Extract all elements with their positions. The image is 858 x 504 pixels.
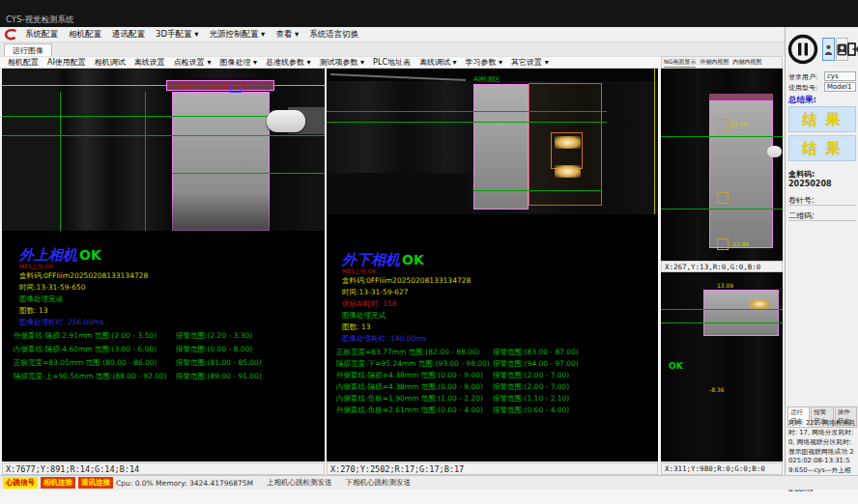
measurement-row: 外侧直线-隔膜:2.91mm 范围:(2.00 - 3.50) 报警范围:(2.… <box>14 331 252 341</box>
tool-offline-settings[interactable]: 离线设置 <box>134 57 165 68</box>
measurement-row: 正极宽度=83.05mm 范围:(80.00 - 86.00) 报警范围:(81… <box>14 358 262 368</box>
tool-spot-check[interactable]: 点检设置 ▾ <box>174 57 212 68</box>
tool-camera-config[interactable]: 相机配置 <box>8 57 39 68</box>
camera-connection-badge: 相机连接 <box>41 477 75 489</box>
mes-status: MES上传:OK <box>342 267 376 276</box>
tool-image-processing[interactable]: 图像处理 ▾ <box>219 57 257 68</box>
overlay-green-line <box>327 111 607 112</box>
tool-offline-debug[interactable]: 离线调试 ▾ <box>419 57 457 68</box>
tab-run-image[interactable]: 运行图像 <box>4 43 52 57</box>
login-user-value[interactable]: cys <box>824 71 856 81</box>
menu-item-camera-config[interactable]: 相机配置 <box>69 29 101 41</box>
app-logo-icon <box>4 29 17 41</box>
camera-view-small-top[interactable]: 35.48 -23.86 <box>661 69 783 261</box>
coords-readout-left: X:7677;Y:891;R:14;G:14;B:14 <box>2 462 325 475</box>
overlay-green-line <box>2 135 325 136</box>
highlight-flare <box>750 299 769 309</box>
coords-readout-middle: X:270;Y:2502;R:17;G:17;B:17 <box>327 462 658 475</box>
tool-test-params[interactable]: 测试项参数 ▾ <box>320 57 365 68</box>
result-ok-text: OK <box>79 247 101 263</box>
tab-inner-inner-view[interactable]: 内侧内视图 <box>732 58 761 67</box>
window-title: CYS-视觉检测系统 <box>6 14 73 26</box>
measurement-value: 外侧直线-负极=2.61mm 范围:(0.60 - 4.00) <box>336 406 493 415</box>
tab-outer-inner-view[interactable]: 外侧内视图 <box>700 58 729 67</box>
ai-detect-box <box>717 119 729 130</box>
tool-baseline-params[interactable]: 基准线参数 ▾ <box>266 57 311 68</box>
upper-camera-heartbeat-msg: 上相机心跳检测发送 <box>267 478 332 488</box>
exit-door-icon <box>847 42 858 56</box>
menu-item-system-config[interactable]: 系统配置 <box>25 29 58 41</box>
overlay-blue-marker <box>230 85 242 93</box>
overlay-green-line <box>327 122 607 123</box>
overlay-green-line <box>60 92 61 231</box>
tool-learning-params[interactable]: 学习参数 ▾ <box>466 57 503 68</box>
barcode-line: 盒料码:0FFIiim20250208133134728 <box>19 271 148 281</box>
time-line: 时间:13-31-59-650 <box>19 283 86 293</box>
tool-ai-usage-config[interactable]: AI使用配置 <box>47 57 86 68</box>
result-ok-text: OK <box>669 361 683 371</box>
overlay-yellow-line <box>654 69 655 214</box>
measurement-value: 正极宽度=83.77mm 范围:(82.00 - 88.00) <box>336 348 493 357</box>
tab-ng-display[interactable]: NG画面显示 <box>664 58 696 68</box>
alarm-range: 报警范围:(1.10 - 2.10) <box>493 394 569 404</box>
product-roi-rect <box>703 290 779 336</box>
measurement-value: 内侧直线-隔膜:4.60mm 范围:(3.00 - 6.00) <box>14 345 176 354</box>
roi-annotation: 35.48 <box>730 121 747 127</box>
ai-detect-box <box>717 192 729 204</box>
highlight-flare <box>555 165 581 178</box>
tool-plc-address-table[interactable]: PLC地址表 <box>373 57 411 68</box>
coords-text: X:270;Y:2502;R:17;G:17;B:17 <box>330 464 464 474</box>
measurement-value: 隔膜宽度-下=95.24mm 范围:(93.00 - 98.00) <box>336 359 493 369</box>
result-display-2: 结 果 <box>788 135 856 161</box>
comm-connection-badge: 通讯连接 <box>78 477 113 489</box>
gripper-head <box>267 110 305 132</box>
alarm-range: 报警范围:(0.00 - 8.00) <box>176 345 252 354</box>
divider <box>788 205 856 206</box>
model-value[interactable]: Model1 <box>824 82 856 92</box>
user-login-button[interactable] <box>822 38 835 61</box>
product-shadow <box>172 192 270 231</box>
menu-item-light-config[interactable]: 光源控制配置 ▾ <box>209 29 265 41</box>
overlay-green-line <box>172 173 325 174</box>
login-user-label: 登录用户: <box>788 72 817 82</box>
menu-item-comm-config[interactable]: 通讯配置 <box>112 29 145 41</box>
measurement-row: 正极宽度=83.77mm 范围:(82.00 - 88.00) 报警范围:(83… <box>336 348 579 357</box>
user-icon <box>824 43 833 56</box>
frame-count-line: 图数: 13 <box>19 306 47 316</box>
alarm-range: 报警范围:(89.00 - 91.00) <box>176 372 262 381</box>
camera-view-small-bottom[interactable]: 13.09 OK -8.36 <box>661 272 783 462</box>
menu-item-3d-config[interactable]: 3D手配置 ▾ <box>156 29 198 41</box>
control-panel: 登录用户: cys 使用型号: Model1 总结果: 结 果 结 果 盒料码:… <box>785 27 858 480</box>
tool-camera-debug[interactable]: 相机调试 <box>95 57 126 68</box>
measurement-row: 内侧直线-负极=1.90mm 范围:(1.00 - 2.20) 报警范围:(1.… <box>336 394 569 404</box>
title-bar: CYS-视觉检测系统 <box>0 0 858 27</box>
result-display-1: 结 果 <box>788 106 856 132</box>
right-view-tabs: NG画面显示 外侧内视图 内侧内视图 <box>661 56 783 69</box>
process-done-line: 图像处理完成 <box>342 311 386 321</box>
exit-button[interactable] <box>847 38 858 61</box>
coords-text: X:267,Y:13,R:0,G:0,B:0 <box>665 263 760 271</box>
measurement-row: 隔膜宽度-下=95.24mm 范围:(93.00 - 98.00) 报警范围:(… <box>336 359 579 369</box>
menu-item-view[interactable]: 查看 ▾ <box>275 29 299 41</box>
alarm-range: 报警范围:(2.00 - 7.00) <box>493 382 569 392</box>
alarm-range: 报警范围:(83.00 - 87.00) <box>493 348 579 357</box>
overlay-green-line <box>473 190 602 191</box>
measurement-value: 外侧直线-隔膜:2.91mm 范围:(2.00 - 3.50) <box>14 331 176 341</box>
camera-view-lower-outer[interactable]: AI检测区 外下相机OK MES上传:OK 盒料码:0FFIiim2025020… <box>327 69 658 462</box>
gripper-head <box>767 146 782 157</box>
coords-text: X:311;Y:980;R:0;G:0;B:0 <box>665 464 765 473</box>
threshold-label-band <box>709 94 773 101</box>
model-label: 使用型号: <box>788 83 817 93</box>
app-window: { "window": { "title": "CYS-视觉检测系统" }, "… <box>0 0 858 504</box>
measurement-row: 外侧直线-负极=2.61mm 范围:(0.60 - 4.00) 报警范围:(0.… <box>336 406 569 415</box>
total-result-label: 总结果: <box>788 95 816 106</box>
time-line: 时间:13-31-59-627 <box>342 288 409 297</box>
tool-other-settings[interactable]: 其它设置 ▾ <box>511 57 549 68</box>
menu-item-language-switch[interactable]: 系统语言切换 <box>309 29 358 41</box>
camera-view-upper-outer[interactable]: 计算阈值:93, 动态阈值:100 外上相机OK MES上传:OK 盒料码:0F… <box>2 69 325 462</box>
measurement-row: 内侧直线-隔膜=4.38mm 范围:(0.00 - 9.00) 报警范围:(2.… <box>336 382 569 392</box>
pause-button[interactable] <box>786 33 819 66</box>
overlay-green-line <box>145 92 146 231</box>
alarm-range: 报警范围:(0.60 - 4.00) <box>493 406 569 415</box>
elapsed-line: 图像处理耗时: 256.00ms <box>19 318 103 327</box>
